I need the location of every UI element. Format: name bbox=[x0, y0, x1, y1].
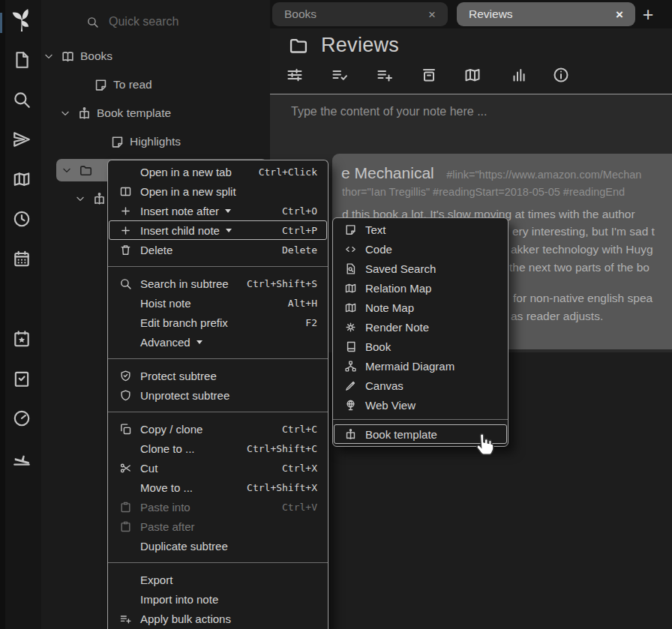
menu-item-paste-into[interactable]: Paste into Ctrl+V bbox=[109, 497, 327, 517]
chevron-down-icon[interactable] bbox=[60, 108, 70, 118]
travel-plane-icon[interactable] bbox=[12, 448, 32, 468]
submenu-item-code[interactable]: Code bbox=[334, 239, 507, 259]
caret-down-icon bbox=[225, 209, 231, 213]
book-template-icon bbox=[92, 192, 106, 206]
chevron-down-icon[interactable] bbox=[75, 193, 86, 204]
note-icon bbox=[110, 135, 124, 149]
tree-item-label: To read bbox=[113, 78, 152, 91]
recent-changes-icon[interactable] bbox=[12, 209, 32, 229]
submenu-item-web-view[interactable]: Web View bbox=[334, 395, 507, 415]
menu-divider bbox=[333, 419, 508, 420]
menu-item-move-to[interactable]: Move to ... Ctrl+Shift+X bbox=[109, 478, 327, 497]
submenu-item-note-map[interactable]: Note Map bbox=[334, 298, 507, 317]
tree-item-child-template[interactable] bbox=[75, 187, 112, 210]
menu-divider bbox=[108, 358, 328, 359]
tab-reviews[interactable]: Reviews × bbox=[457, 2, 635, 26]
mouse-cursor-hand-icon bbox=[471, 432, 498, 462]
menu-item-open-in-new-tab[interactable]: Open in a new tab Ctrl+Click bbox=[109, 162, 327, 181]
window-edge bbox=[0, 0, 5, 629]
submenu-item-relation-map[interactable]: Relation Map bbox=[334, 278, 507, 298]
menu-item-duplicate-subtree[interactable]: Duplicate subtree bbox=[109, 536, 327, 556]
collection-properties-archive-icon[interactable] bbox=[420, 66, 438, 84]
note-title[interactable]: Reviews bbox=[321, 34, 399, 57]
task-list-icon[interactable] bbox=[12, 369, 32, 388]
chevron-down-icon[interactable] bbox=[62, 165, 72, 175]
note-map-icon[interactable] bbox=[464, 66, 482, 84]
note-info-icon[interactable] bbox=[552, 66, 570, 84]
menu-item-edit-branch-prefix[interactable]: Edit branch prefix F2 bbox=[109, 313, 327, 332]
menu-item-unprotect-subtree[interactable]: Unprotect subtree bbox=[109, 385, 327, 405]
menu-item-cut[interactable]: Cut Ctrl+X bbox=[109, 458, 327, 478]
pen-icon bbox=[340, 379, 361, 392]
menu-item-export[interactable]: Export bbox=[109, 570, 327, 589]
calendar-icon[interactable] bbox=[12, 249, 32, 268]
similar-notes-bar-chart-icon[interactable] bbox=[510, 66, 528, 84]
copy-icon bbox=[115, 423, 136, 436]
list-plus-icon bbox=[115, 613, 136, 625]
menu-item-insert-note-after[interactable]: Insert note after Ctrl+O bbox=[109, 201, 327, 220]
note-map-icon[interactable] bbox=[12, 169, 32, 189]
dashboard-icon[interactable] bbox=[12, 409, 32, 428]
submenu-item-text[interactable]: Text bbox=[334, 220, 507, 239]
owned-attributes-list-check-icon[interactable] bbox=[331, 66, 349, 84]
map-icon bbox=[340, 282, 361, 295]
card-note-title[interactable]: e Mechanical bbox=[341, 164, 434, 181]
close-icon[interactable]: × bbox=[425, 7, 439, 22]
menu-item-insert-child-note[interactable]: Insert child note Ctrl+P bbox=[109, 220, 327, 240]
card-attributes: #link="https://www.amazon.com/Mechan bbox=[446, 169, 641, 181]
tree-item-highlights[interactable]: Highlights bbox=[110, 130, 181, 153]
paste-icon bbox=[115, 501, 136, 514]
ribbon-toolbar bbox=[270, 66, 672, 91]
note-type-submenu: Text Code Saved Search Relation Map Note… bbox=[332, 217, 508, 447]
book-open-icon bbox=[61, 49, 75, 64]
tree-item-book-template[interactable]: Book template bbox=[60, 102, 171, 124]
note-icon bbox=[340, 223, 361, 236]
tree-item-to-read[interactable]: To read bbox=[94, 73, 152, 96]
file-find-icon bbox=[340, 262, 361, 275]
editor-placeholder: Type the content of your note here ... bbox=[291, 105, 488, 118]
book-closed-icon bbox=[340, 340, 361, 353]
folder-icon[interactable] bbox=[288, 35, 309, 56]
menu-item-copy-clone[interactable]: Copy / clone Ctrl+C bbox=[109, 419, 327, 439]
network-diagram-icon bbox=[340, 360, 361, 373]
menu-item-search-in-subtree[interactable]: Search in subtree Ctrl+Shift+S bbox=[109, 274, 327, 293]
menu-item-paste-after[interactable]: Paste after bbox=[109, 517, 327, 536]
submenu-item-saved-search[interactable]: Saved Search bbox=[334, 259, 507, 278]
tree-item-books[interactable]: Books bbox=[44, 45, 112, 67]
new-tab-button[interactable]: + bbox=[636, 3, 660, 25]
menu-item-hoist-note[interactable]: Hoist note Alt+H bbox=[109, 293, 327, 313]
submenu-item-mermaid-diagram[interactable]: Mermaid Diagram bbox=[334, 356, 507, 376]
submenu-item-book[interactable]: Book bbox=[334, 337, 507, 356]
folder-icon bbox=[79, 163, 93, 178]
menu-item-protect-subtree[interactable]: Protect subtree bbox=[109, 366, 327, 385]
submenu-item-render-note[interactable]: Render Note bbox=[334, 317, 507, 337]
caret-down-icon bbox=[226, 229, 232, 232]
menu-item-apply-bulk-actions[interactable]: Apply bulk actions bbox=[109, 609, 327, 628]
inherited-attributes-list-plus-icon[interactable] bbox=[376, 66, 394, 84]
submenu-item-canvas[interactable]: Canvas bbox=[334, 376, 507, 395]
search-icon[interactable] bbox=[12, 90, 32, 109]
new-note-icon[interactable] bbox=[12, 50, 32, 70]
menu-item-import-into-note[interactable]: Import into note bbox=[109, 589, 327, 609]
menu-item-advanced[interactable]: Advanced bbox=[109, 332, 327, 352]
shield-check-icon bbox=[115, 370, 136, 382]
split-columns-icon bbox=[115, 185, 136, 198]
book-template-icon bbox=[77, 106, 92, 121]
tab-books[interactable]: Books × bbox=[272, 2, 448, 26]
close-icon[interactable]: × bbox=[613, 7, 626, 22]
basic-properties-sliders-icon[interactable] bbox=[286, 66, 304, 84]
menu-divider bbox=[108, 412, 328, 412]
tree-item-label: Book template bbox=[97, 106, 171, 120]
card-paragraph-line: ery interesting, but I'm sad t bbox=[512, 225, 655, 238]
card-attributes: thor="Ian Tregillis" #readingStart=2018-… bbox=[342, 186, 625, 198]
today-journal-icon[interactable] bbox=[12, 329, 32, 349]
shield-icon bbox=[115, 389, 136, 402]
menu-divider bbox=[108, 266, 328, 267]
trilium-logo-icon[interactable] bbox=[8, 6, 36, 34]
menu-item-clone-to[interactable]: Clone to ... Ctrl+Shift+C bbox=[109, 439, 327, 458]
menu-item-open-in-new-split[interactable]: Open in a new split bbox=[109, 181, 327, 201]
jump-to-note-icon[interactable] bbox=[12, 130, 32, 149]
chevron-down-icon[interactable] bbox=[44, 51, 54, 61]
menu-item-delete[interactable]: Delete Delete bbox=[109, 240, 327, 259]
render-gear-icon bbox=[340, 321, 361, 334]
